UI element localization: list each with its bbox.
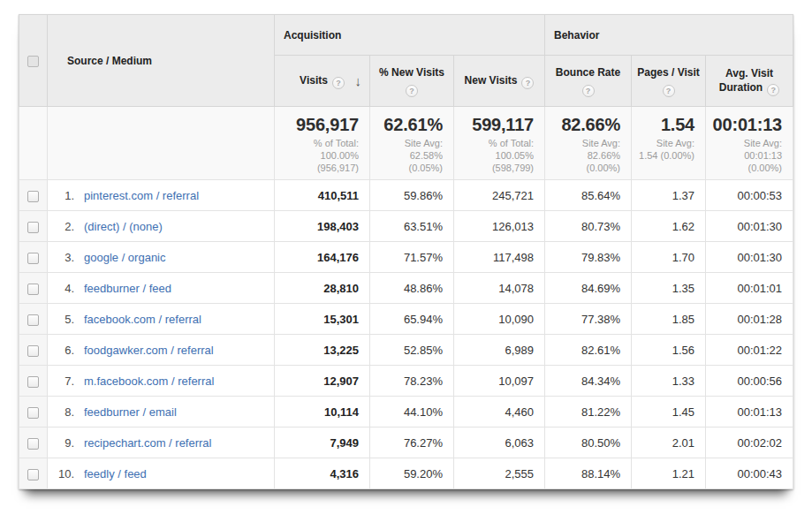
summary-value: 1.54 xyxy=(635,115,694,135)
bounce-rate-cell: 80.50% xyxy=(545,427,632,458)
avg-visit-duration-cell: 00:01:30 xyxy=(706,242,793,273)
help-icon[interactable]: ? xyxy=(582,85,595,97)
column-header-pct-new-visits[interactable]: % New Visits ? xyxy=(370,56,454,107)
source-medium-link[interactable]: google / organic xyxy=(84,251,166,264)
row-checkbox[interactable] xyxy=(27,376,39,388)
row-index: 1. xyxy=(53,189,74,202)
source-medium-link[interactable]: feedly / feed xyxy=(84,467,147,480)
summary-subtext-line: % of Total: xyxy=(458,137,534,149)
new-visits-cell: 6,989 xyxy=(454,335,545,366)
new-visits-cell: 14,078 xyxy=(454,273,545,304)
row-checkbox[interactable] xyxy=(27,222,39,233)
summary-pct-new-visits: 62.61% Site Avg:62.58%(0.05%) xyxy=(370,107,454,180)
row-checkbox[interactable] xyxy=(27,407,39,419)
bounce-rate-label: Bounce Rate xyxy=(556,66,620,79)
column-header-visits[interactable]: Visits? ↓ xyxy=(275,56,370,107)
summary-subtext: Site Avg:62.58%(0.05%) xyxy=(374,137,443,174)
pct-new-visits-cell: 44.10% xyxy=(370,397,454,427)
row-index: 4. xyxy=(53,282,74,295)
help-icon[interactable]: ? xyxy=(332,77,345,89)
source-medium-cell: 7.m.facebook.com / referral xyxy=(48,366,275,397)
avg-visit-duration-cell: 00:01:28 xyxy=(706,304,793,335)
help-icon[interactable]: ? xyxy=(406,85,418,97)
group-header-acquisition: Acquisition xyxy=(275,15,545,56)
summary-subtext: Site Avg:82.66%(0.00%) xyxy=(549,137,620,174)
pct-new-visits-cell: 63.51% xyxy=(370,211,454,242)
row-checkbox[interactable] xyxy=(27,438,39,450)
summary-subtext-line: 1.54 (0.00%) xyxy=(635,149,694,162)
row-checkbox-cell xyxy=(19,366,48,397)
row-index: 6. xyxy=(53,344,74,357)
source-medium-cell: 9.recipechart.com / referral xyxy=(48,427,275,458)
pages-visit-cell: 1.33 xyxy=(632,366,706,397)
row-checkbox-cell xyxy=(19,273,48,304)
source-medium-link[interactable]: m.facebook.com / referral xyxy=(84,374,214,388)
bounce-rate-cell: 84.34% xyxy=(545,366,632,397)
row-checkbox[interactable] xyxy=(27,191,39,202)
table-row: 5.facebook.com / referral 15,301 65.94% … xyxy=(19,304,793,335)
summary-subtext-line: % of Total: xyxy=(278,137,359,149)
new-visits-cell: 10,097 xyxy=(454,366,545,397)
table-body: 956,917 % of Total:100.00%(956,917) 62.6… xyxy=(19,107,793,489)
visits-cell: 4,316 xyxy=(275,458,370,489)
pct-new-visits-cell: 52.85% xyxy=(370,335,454,366)
summary-subtext: Site Avg:00:01:13(0.00%) xyxy=(710,137,782,174)
row-index: 8. xyxy=(53,405,74,419)
help-icon[interactable]: ? xyxy=(767,84,779,96)
row-checkbox[interactable] xyxy=(27,284,39,295)
summary-subtext-line: Site Avg: xyxy=(635,137,694,149)
source-medium-link[interactable]: feedburner / email xyxy=(84,405,177,419)
column-header-new-visits[interactable]: New Visits? xyxy=(454,56,545,107)
summary-subtext-line: (598,799) xyxy=(458,162,534,174)
row-checkbox[interactable] xyxy=(27,469,39,480)
summary-pages-visit: 1.54 Site Avg:1.54 (0.00%) xyxy=(632,107,706,180)
column-header-pages-visit[interactable]: Pages / Visit ? xyxy=(632,56,706,107)
column-header-bounce-rate[interactable]: Bounce Rate ? xyxy=(545,56,632,107)
source-medium-link[interactable]: recipechart.com / referral xyxy=(84,436,212,450)
source-medium-link[interactable]: (direct) / (none) xyxy=(84,220,163,233)
visits-cell: 15,301 xyxy=(275,304,370,335)
sort-descending-icon[interactable]: ↓ xyxy=(355,74,362,88)
row-checkbox[interactable] xyxy=(27,345,39,357)
source-medium-link[interactable]: feedburner / feed xyxy=(84,282,171,295)
pages-visit-cell: 1.56 xyxy=(632,335,706,366)
pages-visit-cell: 2.01 xyxy=(632,427,706,458)
summary-subtext-line: 82.66% xyxy=(549,149,620,162)
new-visits-label: New Visits xyxy=(465,74,518,87)
pages-visit-cell: 1.85 xyxy=(632,304,706,335)
source-medium-link[interactable]: foodgawker.com / referral xyxy=(84,344,214,357)
summary-subtext-line: (0.05%) xyxy=(374,162,443,174)
help-icon[interactable]: ? xyxy=(521,77,534,89)
avg-visit-duration-cell: 00:00:56 xyxy=(706,366,793,397)
new-visits-cell: 117,498 xyxy=(454,242,545,273)
analytics-table-sheet: Source / Medium Acquisition Behavior Vis… xyxy=(19,14,793,489)
new-visits-cell: 10,090 xyxy=(454,304,545,335)
source-medium-cell: 3.google / organic xyxy=(48,242,275,273)
pages-visit-cell: 1.62 xyxy=(632,211,706,242)
row-checkbox-cell xyxy=(19,242,48,273)
avg-visit-duration-cell: 00:01:13 xyxy=(706,397,793,427)
group-header-behavior: Behavior xyxy=(545,15,793,56)
avg-visit-duration-cell: 00:02:02 xyxy=(706,427,793,458)
row-checkbox[interactable] xyxy=(27,253,39,264)
row-index: 5. xyxy=(53,313,74,326)
summary-subtext-line: Site Avg: xyxy=(374,137,443,149)
source-medium-link[interactable]: pinterest.com / referral xyxy=(84,189,199,202)
row-checkbox[interactable] xyxy=(27,314,39,326)
column-header-avg-visit-duration[interactable]: Avg. Visit Duration? xyxy=(706,56,793,107)
pct-new-visits-cell: 59.20% xyxy=(370,458,454,489)
source-medium-link[interactable]: facebook.com / referral xyxy=(84,313,201,326)
help-icon[interactable]: ? xyxy=(663,85,675,97)
summary-subtext-line: Site Avg: xyxy=(549,137,620,149)
bounce-rate-cell: 84.69% xyxy=(545,273,632,304)
select-all-checkbox[interactable] xyxy=(27,56,39,67)
select-all-header xyxy=(19,15,48,107)
row-checkbox-cell xyxy=(19,211,48,242)
visits-cell: 164,176 xyxy=(275,242,370,273)
avg-visit-duration-cell: 00:01:01 xyxy=(706,273,793,304)
column-header-source-medium[interactable]: Source / Medium xyxy=(48,15,275,107)
row-checkbox-cell xyxy=(19,458,48,489)
table-header: Source / Medium Acquisition Behavior Vis… xyxy=(19,15,793,107)
table-row: 3.google / organic 164,176 71.57% 117,49… xyxy=(19,242,793,273)
row-index: 9. xyxy=(53,436,74,450)
